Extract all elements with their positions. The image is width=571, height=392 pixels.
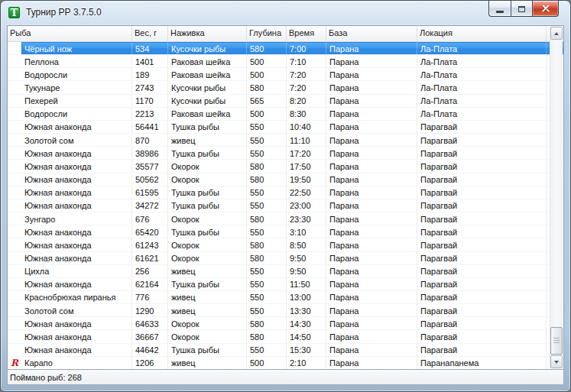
status-bar: Поймано рыб: 268 [7, 369, 564, 385]
cell-location: Ла-Плата [417, 55, 547, 67]
table-row[interactable]: Золотой сом870живец55011:10ПаранаПарагва… [8, 134, 563, 147]
table-row[interactable]: Золотой сом1290живец55013:30ПаранаПарагв… [8, 304, 563, 317]
table-row[interactable]: Южная анаконда62164Тушка рыбы55011:50Пар… [8, 278, 563, 291]
cell-fish: Тукунаре [21, 81, 132, 93]
cell-depth: 550 [247, 291, 287, 303]
cell-time: 3:10 [287, 225, 326, 238]
table-row[interactable]: Тукунаре2743Кусочки рыбы5807:20ПаранаЛа-… [8, 81, 563, 94]
scrollbar-thumb[interactable] [550, 327, 563, 355]
column-header-base[interactable]: База [326, 26, 417, 41]
table-row[interactable]: Южная анаконда34272Тушка рыбы55023:00Пар… [8, 199, 563, 212]
cell-time: 14:30 [287, 317, 326, 329]
table-row[interactable]: Южная анаконда64633Окорок58014:30ПаранаП… [8, 317, 563, 330]
table-header: РыбаВес, гНаживкаГлубинаВремяБазаЛокация [8, 26, 563, 42]
table-row[interactable]: Южная анаконда61621Окорок5809:50ПаранаПа… [8, 252, 563, 265]
maximize-button[interactable] [511, 1, 532, 17]
vertical-scrollbar[interactable] [550, 27, 563, 368]
table-row[interactable]: Цихла256живец5509:50ПаранаПарагвай [8, 265, 563, 278]
row-gutter [8, 225, 21, 238]
table-row[interactable]: Пехерей1170Кусочки рыбы5658:20ПаранаЛа-П… [8, 95, 563, 108]
cell-fish: Южная анаконда [21, 330, 132, 342]
cell-base: Парана [326, 225, 417, 238]
cell-weight: 1206 [132, 357, 168, 369]
cell-bait: Тушка рыбы [168, 186, 247, 199]
scroll-down-button[interactable] [550, 355, 563, 368]
cell-location: Парагвай [417, 186, 547, 199]
table-row[interactable]: Южная анаконда35577Окорок58017:50ПаранаП… [8, 160, 563, 173]
cell-fish: Южная анаконда [21, 199, 132, 212]
cell-bait: живец [168, 304, 247, 316]
cell-weight: 44642 [132, 344, 168, 356]
cell-weight: 2213 [132, 108, 168, 120]
cell-base: Парана [326, 173, 417, 186]
table-row[interactable]: Южная анаконда50562Окорок58019:50ПаранаП… [8, 173, 563, 186]
app-icon[interactable]: T [8, 7, 20, 18]
table-row[interactable]: Зунгаро676Окорок58023:30ПаранаПарагвай [8, 212, 563, 225]
cell-fish: Южная анаконда [21, 317, 132, 329]
app-window: T Турнир РР 3.7.5.0 РыбаВес, гНаживкаГлу… [0, 0, 571, 392]
cell-bait: Кусочки рыбы [168, 81, 247, 93]
row-cells: Южная анаконда35577Окорок58017:50ПаранаП… [21, 160, 563, 172]
cell-bait: Тушка рыбы [168, 121, 247, 133]
row-gutter [8, 81, 21, 93]
cell-fish: Южная анаконда [21, 147, 132, 159]
cell-depth: 550 [247, 225, 287, 238]
cell-weight: 676 [132, 212, 168, 225]
table-row[interactable]: RКарапо1206живец5002:10ПаранаПаранапанем… [8, 357, 563, 370]
column-header-fish[interactable]: Рыба [8, 26, 132, 41]
table-row[interactable]: Южная анаконда61243Окорок5808:50ПаранаПа… [8, 238, 563, 251]
row-cells: Южная анаконда36667Окорок58014:50ПаранаП… [21, 330, 563, 342]
column-header-location[interactable]: Локация [417, 26, 547, 41]
cell-depth: 580 [247, 173, 287, 186]
row-gutter [8, 330, 21, 342]
title-bar[interactable]: T Турнир РР 3.7.5.0 [1, 1, 570, 24]
row-gutter [8, 304, 21, 316]
row-cells: Краснобрюхая пиранья776живец55013:00Пара… [21, 291, 563, 303]
cell-base: Парана [326, 81, 417, 93]
column-header-depth[interactable]: Глубина [247, 26, 287, 41]
catch-list: РыбаВес, гНаживкаГлубинаВремяБазаЛокация… [7, 25, 564, 370]
cell-location: Парагвай [417, 212, 547, 225]
cell-base: Парана [326, 186, 417, 199]
cell-bait: Окорок [168, 252, 247, 264]
cell-depth: 550 [247, 199, 287, 212]
table-row[interactable]: Водоросли189Раковая шейка5007:20ПаранаЛа… [8, 68, 563, 81]
cell-weight: 870 [132, 134, 168, 146]
cell-time: 7:00 [287, 42, 326, 54]
cell-time: 9:50 [287, 252, 326, 264]
close-button[interactable] [532, 1, 559, 17]
cell-base: Парана [326, 304, 417, 316]
row-gutter [8, 55, 21, 67]
row-gutter [8, 212, 21, 225]
table-body: Чёрный нож534Кусочки рыбы5807:00ПаранаЛа… [8, 42, 563, 370]
column-header-time[interactable]: Время [287, 26, 326, 41]
cell-fish: Южная анаконда [21, 225, 132, 238]
client-area: РыбаВес, гНаживкаГлубинаВремяБазаЛокация… [7, 24, 564, 385]
table-row[interactable]: Южная анаконда44642Тушка рыбы55015:30Пар… [8, 344, 563, 357]
table-row[interactable]: Пеллона1401Раковая шейка5007:10ПаранаЛа-… [8, 55, 563, 68]
row-cells: Чёрный нож534Кусочки рыбы5807:00ПаранаЛа… [21, 42, 563, 54]
table-row[interactable]: Чёрный нож534Кусочки рыбы5807:00ПаранаЛа… [8, 42, 563, 55]
column-header-weight[interactable]: Вес, г [132, 26, 168, 41]
scroll-up-button[interactable] [550, 27, 563, 40]
table-row[interactable]: Южная анаконда36667Окорок58014:50ПаранаП… [8, 330, 563, 343]
cell-fish: Пеллона [21, 55, 132, 67]
table-row[interactable]: Краснобрюхая пиранья776живец55013:00Пара… [8, 291, 563, 304]
column-header-bait[interactable]: Наживка [168, 26, 247, 41]
table-row[interactable]: Южная анаконда65420Тушка рыбы5503:10Пара… [8, 225, 563, 238]
cell-depth: 580 [247, 330, 287, 342]
cell-location: Парагвай [417, 121, 547, 133]
minimize-button[interactable] [488, 1, 511, 17]
window-controls [488, 1, 559, 17]
table-row[interactable]: Южная анаконда38986Тушка рыбы55017:20Пар… [8, 147, 563, 160]
row-gutter [8, 265, 21, 277]
cell-base: Парана [326, 291, 417, 303]
cell-location: Парагвай [417, 304, 547, 316]
table-row[interactable]: Южная анаконда56441Тушка рыбы55010:40Пар… [8, 121, 563, 134]
cell-weight: 35577 [132, 160, 168, 172]
table-row[interactable]: Водоросли2213Раковая шейка5008:30ПаранаЛ… [8, 108, 563, 121]
cell-weight: 64633 [132, 317, 168, 329]
table-row[interactable]: Южная анаконда61595Тушка рыбы55022:50Пар… [8, 186, 563, 199]
cell-weight: 34272 [132, 199, 168, 212]
cell-location: Парагвай [417, 199, 547, 212]
